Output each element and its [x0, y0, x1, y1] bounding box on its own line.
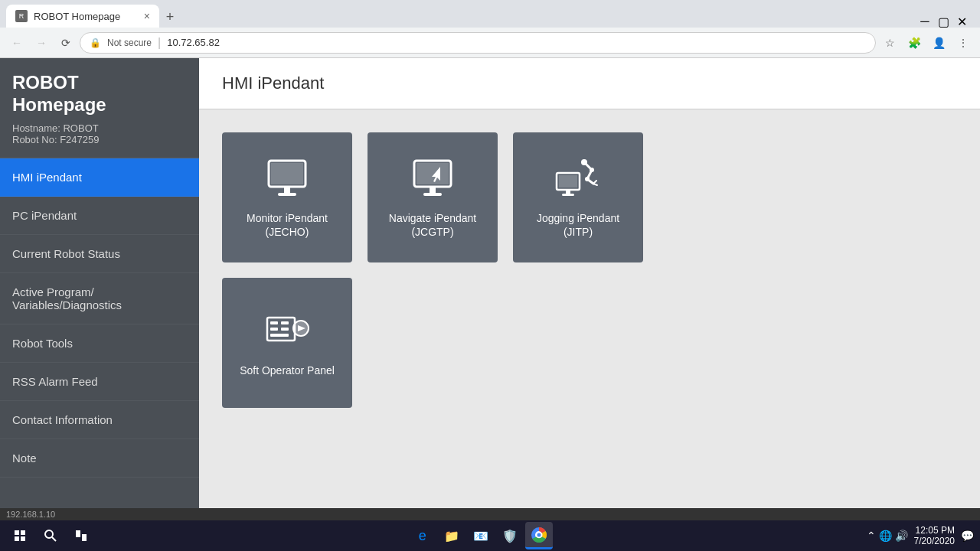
sidebar-title: ROBOT Homepage: [12, 72, 187, 116]
new-tab-btn[interactable]: +: [159, 6, 181, 28]
notification-btn[interactable]: 💬: [961, 530, 974, 542]
navigate-icon: [406, 156, 459, 202]
card-monitor-ipendant[interactable]: Monitor iPendant (JECHO): [222, 132, 352, 262]
panel-icon: [260, 308, 314, 354]
taskbar-chrome[interactable]: [525, 522, 553, 549]
svg-point-16: [581, 159, 587, 165]
monitor-icon: [260, 156, 314, 202]
nav-bar: ← → ⟳ 🔒 Not secure | 10.72.65.82 ☆ 🧩 👤 ⋮: [0, 28, 980, 58]
nav-actions: ☆ 🧩 👤 ⋮: [879, 32, 974, 54]
address-bar[interactable]: 🔒 Not secure | 10.72.65.82: [80, 32, 876, 54]
svg-line-34: [52, 537, 56, 541]
tab-close-btn[interactable]: ×: [144, 10, 150, 22]
start-btn[interactable]: [6, 522, 34, 549]
sidebar-nav: HMI iPendant PC iPendant Current Robot S…: [0, 158, 199, 508]
tab-favicon: R: [15, 10, 28, 22]
svg-rect-35: [76, 530, 80, 537]
clock-time: 12:05 PM: [914, 525, 955, 536]
status-bar: 192.168.1.10: [0, 508, 980, 520]
tab-bar: R ROBOT Homepage × + ─ ▢ ✕: [0, 0, 980, 28]
svg-rect-7: [430, 187, 436, 193]
nav-item-rss-alarm-feed[interactable]: RSS Alarm Feed: [0, 363, 199, 401]
task-view-btn[interactable]: [67, 522, 95, 549]
svg-rect-36: [82, 534, 87, 541]
sidebar: ROBOT Homepage Hostname: ROBOT Robot No:…: [0, 58, 199, 508]
profile-btn[interactable]: 👤: [928, 32, 949, 54]
jogging-icon: [551, 156, 605, 202]
bookmark-btn[interactable]: ☆: [879, 32, 900, 54]
extensions-btn[interactable]: 🧩: [903, 32, 925, 54]
up-arrow-icon[interactable]: ⌃: [867, 530, 876, 542]
taskbar-explorer[interactable]: 📁: [438, 522, 466, 549]
page-title: HMI iPendant: [222, 73, 957, 93]
url-display: 10.72.65.82: [167, 37, 866, 48]
clock-date: 7/20/2020: [914, 536, 955, 546]
minimize-btn[interactable]: ─: [919, 15, 931, 28]
nav-item-active-program[interactable]: Active Program/Variables/Diagnostics: [0, 273, 199, 324]
reload-btn[interactable]: ⟳: [55, 32, 77, 54]
svg-rect-26: [270, 334, 289, 337]
svg-point-41: [537, 533, 541, 536]
tab-title: ROBOT Homepage: [34, 11, 138, 22]
svg-rect-3: [278, 193, 296, 196]
nav-item-pc-ipendant[interactable]: PC iPendant: [0, 197, 199, 235]
nav-item-note[interactable]: Note: [0, 439, 199, 478]
maximize-btn[interactable]: ▢: [937, 15, 949, 28]
svg-rect-29: [15, 530, 19, 535]
svg-point-18: [585, 177, 590, 181]
svg-line-20: [593, 184, 597, 185]
search-btn[interactable]: [37, 522, 64, 549]
back-btn[interactable]: ←: [6, 32, 28, 54]
nav-item-contact-information[interactable]: Contact Information: [0, 401, 199, 439]
sidebar-title-line1: ROBOT: [12, 72, 79, 93]
cards-row-2: Soft Operator Panel: [222, 278, 957, 408]
navigate-ipendant-label: Navigate iPendant (JCGTP): [383, 211, 482, 239]
soft-operator-panel-label: Soft Operator Panel: [240, 364, 335, 377]
svg-rect-24: [270, 328, 278, 331]
taskbar-clock[interactable]: 12:05 PM 7/20/2020: [914, 525, 955, 546]
page-header: HMI iPendant: [199, 58, 980, 109]
browser-chrome: R ROBOT Homepage × + ─ ▢ ✕ ← → ⟳ 🔒 Not s…: [0, 0, 980, 58]
svg-rect-32: [21, 536, 25, 541]
svg-rect-8: [423, 193, 442, 196]
svg-rect-25: [281, 328, 289, 331]
menu-btn[interactable]: ⋮: [952, 32, 974, 54]
volume-icon[interactable]: 🔊: [895, 530, 908, 542]
svg-point-33: [45, 530, 53, 538]
jogging-ipendant-label: Jogging iPendant (JITP): [528, 211, 628, 239]
svg-rect-23: [281, 321, 289, 324]
cards-row-1: Monitor iPendant (JECHO): [222, 132, 957, 262]
forward-btn[interactable]: →: [31, 32, 52, 54]
svg-rect-30: [21, 530, 25, 535]
close-btn[interactable]: ✕: [956, 15, 968, 28]
card-soft-operator-panel[interactable]: Soft Operator Panel: [222, 278, 352, 408]
sidebar-header: ROBOT Homepage Hostname: ROBOT Robot No:…: [0, 58, 199, 158]
hostname-label: Hostname: ROBOT: [12, 122, 187, 134]
taskbar: e 📁 📧 🛡️ ⌃ 🌐: [0, 520, 980, 551]
cards-area: Monitor iPendant (JECHO): [199, 109, 980, 431]
taskbar-system-icons: ⌃ 🌐 🔊: [867, 530, 908, 542]
nav-item-hmi-ipendant[interactable]: HMI iPendant: [0, 158, 199, 197]
active-tab[interactable]: R ROBOT Homepage ×: [6, 5, 159, 28]
network-icon[interactable]: 🌐: [879, 530, 892, 542]
card-jogging-ipendant[interactable]: Jogging iPendant (JITP): [513, 132, 643, 262]
status-url: 192.168.1.10: [6, 510, 55, 519]
svg-point-17: [590, 168, 594, 172]
svg-rect-2: [284, 187, 290, 193]
nav-item-robot-tools[interactable]: Robot Tools: [0, 324, 199, 363]
svg-rect-22: [270, 321, 278, 324]
taskbar-outlook[interactable]: 📧: [467, 522, 495, 549]
monitor-ipendant-label: Monitor iPendant (JECHO): [237, 211, 337, 239]
card-navigate-ipendant[interactable]: Navigate iPendant (JCGTP): [368, 132, 498, 262]
nav-item-current-robot-status[interactable]: Current Robot Status: [0, 235, 199, 273]
lock-icon: 🔒: [90, 37, 101, 48]
taskbar-area: 192.168.1.10 e 📁 📧 🛡️: [0, 508, 980, 551]
taskbar-left: [6, 522, 95, 549]
sidebar-title-line2: Homepage: [12, 94, 106, 115]
taskbar-unknown[interactable]: 🛡️: [496, 522, 524, 549]
app-container: ROBOT Homepage Hostname: ROBOT Robot No:…: [0, 58, 980, 508]
taskbar-center: e 📁 📧 🛡️: [409, 522, 553, 549]
sidebar-hostname: Hostname: ROBOT Robot No: F247259: [12, 122, 187, 145]
taskbar-ie[interactable]: e: [409, 522, 436, 549]
robot-no-label: Robot No: F247259: [12, 134, 187, 145]
